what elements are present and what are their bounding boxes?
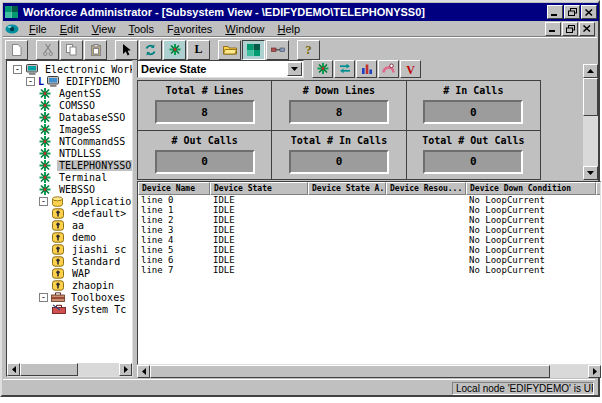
scroll-left-button[interactable] <box>7 363 20 376</box>
menu-item-favorites[interactable]: Favorites <box>161 22 219 36</box>
stat-label: Total # Out Calls <box>407 135 540 146</box>
tree-item-databasesso[interactable]: DatabaseSSO <box>7 111 132 123</box>
subsystem-icon <box>39 160 54 171</box>
close-button[interactable] <box>581 5 597 19</box>
subsystem-tree: -Electronic Workfor-LEDIFYDEMOAgentSSCOM… <box>7 61 132 315</box>
tree-item-label: DatabaseSSO <box>57 112 127 123</box>
tree-expander-icon[interactable]: - <box>39 293 48 302</box>
menu-item-edit[interactable]: Edit <box>54 22 86 36</box>
table-cell: line 6 <box>138 255 210 265</box>
mdi-minimize-button[interactable] <box>545 22 561 36</box>
table-row[interactable]: line 0IDLENo LoopCurrent <box>138 195 600 205</box>
tree-item-ntcommandss[interactable]: NTCommandSS <box>7 135 132 147</box>
menu-item-tools[interactable]: Tools <box>122 22 161 36</box>
menu-item-file[interactable]: File <box>23 22 54 36</box>
subsystem-button[interactable] <box>163 40 186 60</box>
tree-item-imagess[interactable]: ImageSS <box>7 123 132 135</box>
table-cell: line 2 <box>138 215 210 225</box>
connector-button[interactable] <box>266 40 289 60</box>
stat-value: 0 <box>289 150 389 174</box>
table-row[interactable]: line 6IDLENo LoopCurrent <box>138 255 600 265</box>
mdi-system-icon[interactable] <box>5 23 20 34</box>
tree-expander-icon[interactable]: - <box>39 197 48 206</box>
tree-item-label: NTCommandSS <box>57 136 127 147</box>
scroll-thumb[interactable] <box>150 365 550 378</box>
minimize-button[interactable] <box>547 5 563 19</box>
table-cell: IDLE <box>210 235 308 245</box>
mdi-restore-button[interactable] <box>562 22 578 36</box>
bar-chart-button[interactable] <box>356 60 377 78</box>
tree-item-edifydemo[interactable]: -LEDIFYDEMO <box>7 75 132 87</box>
workforce-logo-button[interactable] <box>242 40 265 60</box>
new-view-button[interactable] <box>312 60 333 78</box>
stat-label: # Out Calls <box>138 135 271 146</box>
tree-item-agentss[interactable]: AgentSS <box>7 87 132 99</box>
mdi-close-button[interactable] <box>579 22 595 36</box>
table-row[interactable]: line 4IDLENo LoopCurrent <box>138 235 600 245</box>
scroll-thumb[interactable] <box>583 78 598 116</box>
tree-hscrollbar[interactable] <box>7 363 132 376</box>
scroll-right-button[interactable] <box>588 365 601 378</box>
table-row[interactable]: line 1IDLENo LoopCurrent <box>138 205 600 215</box>
tree-item-toolboxes[interactable]: -Toolboxes <box>7 291 132 303</box>
table-hscrollbar[interactable] <box>137 365 601 378</box>
menu-item-help[interactable]: Help <box>271 22 307 36</box>
gauge-button[interactable] <box>378 60 399 78</box>
menu-item-view[interactable]: View <box>86 22 123 36</box>
pointer-button[interactable] <box>115 40 138 60</box>
column-header-device-state[interactable]: Device State <box>210 182 308 195</box>
table-row[interactable]: line 5IDLENo LoopCurrent <box>138 245 600 255</box>
letter-l-button[interactable]: L <box>187 40 210 60</box>
tree-item-system-tc[interactable]: System Tc <box>7 303 132 315</box>
column-header-blank[interactable] <box>596 182 601 195</box>
table-row[interactable]: line 7IDLENo LoopCurrent <box>138 265 600 275</box>
scroll-down-button[interactable] <box>583 166 598 180</box>
tree-item-ntdllss[interactable]: NTDLLSS <box>7 147 132 159</box>
tree-item-websso[interactable]: WEBSSO <box>7 183 132 195</box>
table-row[interactable]: line 3IDLENo LoopCurrent <box>138 225 600 235</box>
tree-expander-icon[interactable]: - <box>26 77 35 86</box>
tree-item-terminal[interactable]: Terminal <box>7 171 132 183</box>
tree-item-demo[interactable]: demo <box>7 231 132 243</box>
menu-item-window[interactable]: Window <box>219 22 271 36</box>
table-cell <box>308 225 386 235</box>
column-header-device-resou[interactable]: Device Resou... <box>386 182 466 195</box>
rotate-view-button[interactable] <box>334 60 355 78</box>
tree-item-electronic-workfor[interactable]: -Electronic Workfor <box>7 63 132 75</box>
scroll-track[interactable] <box>78 363 119 376</box>
tree-expander-icon[interactable]: - <box>13 65 22 74</box>
stats-vscrollbar[interactable] <box>583 64 598 180</box>
node-icon <box>46 76 61 87</box>
scroll-track[interactable] <box>550 365 588 378</box>
tree-item-aa[interactable]: aa <box>7 219 132 231</box>
column-header-device-state-a[interactable]: Device State A... <box>308 182 386 195</box>
restore-button[interactable] <box>564 5 580 19</box>
table-row[interactable]: line 2IDLENo LoopCurrent <box>138 215 600 225</box>
tree-item-comsso[interactable]: COMSSO <box>7 99 132 111</box>
stat-value: 0 <box>423 150 523 174</box>
scroll-right-button[interactable] <box>119 363 132 376</box>
scroll-left-button[interactable] <box>137 365 150 378</box>
table-cell: IDLE <box>210 225 308 235</box>
tree-item-standard[interactable]: Standard <box>7 255 132 267</box>
title-bar[interactable]: Workforce Administrator - [Subsystem Vie… <box>3 3 599 21</box>
scroll-track[interactable] <box>583 116 598 166</box>
scroll-thumb[interactable] <box>20 363 78 376</box>
tree-item-default[interactable]: <default> <box>7 207 132 219</box>
open-folder-button[interactable] <box>218 40 241 60</box>
tree-item-wap[interactable]: WAP <box>7 267 132 279</box>
tree-item-telephonysso[interactable]: TELEPHONYSSO <box>7 159 132 171</box>
cut-icon <box>43 44 53 56</box>
view-selector-combobox[interactable]: Device State <box>137 60 304 78</box>
refresh-button[interactable] <box>139 40 162 60</box>
chevron-down-icon[interactable] <box>287 62 302 76</box>
tree-item-zhaopin[interactable]: zhaopin <box>7 279 132 291</box>
scroll-up-button[interactable] <box>583 64 598 78</box>
check-v-button[interactable]: V <box>400 60 421 78</box>
help-button[interactable]: ? <box>297 40 320 60</box>
column-header-device-down-condition[interactable]: Device Down Condition <box>466 182 596 195</box>
column-header-device-name[interactable]: Device Name <box>138 182 210 195</box>
tree-item-application[interactable]: -Application <box>7 195 132 207</box>
table-cell: No LoopCurrent <box>466 195 596 205</box>
tree-item-jiashi-sc[interactable]: jiashi_sc <box>7 243 132 255</box>
